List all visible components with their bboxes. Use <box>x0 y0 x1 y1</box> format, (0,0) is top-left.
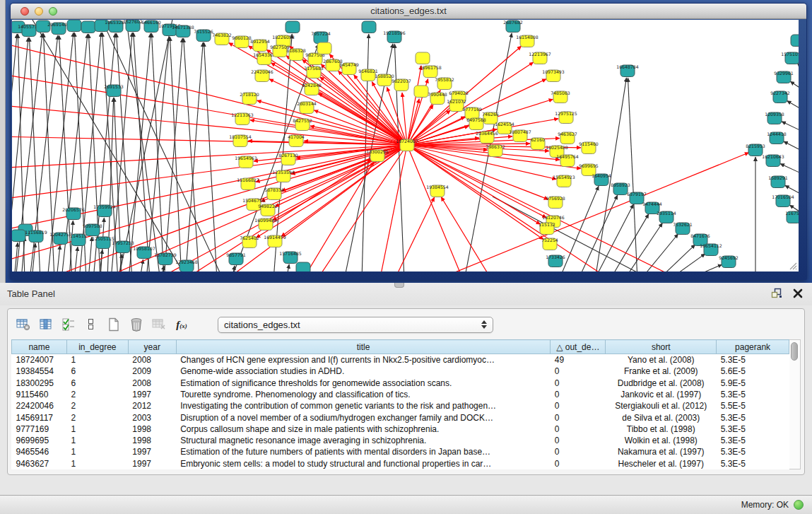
graph-node[interactable] <box>296 262 310 271</box>
graph-node[interactable]: 20691406 <box>47 22 70 35</box>
table-row[interactable]: 1872400712008Changes of HCN gene express… <box>12 354 789 366</box>
table-scrollbar[interactable] <box>789 339 801 469</box>
graph-node[interactable]: 2691533 <box>104 84 124 97</box>
graph-node[interactable]: 7515526 <box>194 29 213 42</box>
graph-node[interactable]: 6497568 <box>466 117 486 130</box>
column-header-title[interactable]: title <box>176 340 551 354</box>
float-panel-icon[interactable] <box>771 288 782 299</box>
graph-node[interactable]: 9329961 <box>774 71 794 83</box>
splitter-handle[interactable] <box>394 283 404 288</box>
network-canvas[interactable]: 1405571720691406106532871527602646616010… <box>12 20 799 271</box>
delete-table-button[interactable] <box>150 315 168 334</box>
graph-node[interactable]: 1209358 <box>765 112 784 124</box>
graph-node[interactable]: 16914479 <box>264 235 286 247</box>
table-row[interactable]: 911546021997Tourette syndrome. Phenomeno… <box>12 389 789 400</box>
table-row[interactable]: 977716911998Corpus callosum shape and si… <box>12 424 789 435</box>
column-header-in_degree[interactable]: in_degree <box>66 340 128 354</box>
graph-node[interactable]: 8454749 <box>339 62 359 75</box>
graph-node[interactable] <box>414 86 428 98</box>
graph-node[interactable]: 116753 <box>785 211 799 223</box>
graph-node[interactable]: 3175685 <box>304 66 324 78</box>
select-all-button[interactable] <box>59 315 78 334</box>
graph-node[interactable]: 10958107 <box>133 246 155 259</box>
graph-node[interactable] <box>362 21 376 33</box>
graph-node[interactable]: 16099484 <box>254 218 277 230</box>
graph-node[interactable]: 19218596 <box>383 30 406 43</box>
new-column-button[interactable] <box>105 315 123 334</box>
graph-node[interactable]: 12505115 <box>92 236 114 249</box>
graph-node[interactable]: 16648784 <box>616 64 639 77</box>
graph-node[interactable]: 1589291 <box>768 175 788 188</box>
graph-node[interactable]: 12213363 <box>231 112 254 125</box>
node-table[interactable]: namein_degreeyeartitle△ out_de…shortpage… <box>11 339 789 469</box>
graph-node[interactable]: 12213967 <box>529 52 551 64</box>
table-row[interactable]: 946554611997Estimation of the future num… <box>12 446 789 457</box>
graph-node[interactable]: 9463627 <box>558 132 577 144</box>
graph-node[interactable] <box>791 35 799 47</box>
graph-node[interactable]: 1640954 <box>592 173 611 186</box>
graph-node[interactable]: 9857791 <box>226 252 246 265</box>
graph-node[interactable]: 1244418 <box>767 132 787 144</box>
graph-node[interactable]: 1527602 <box>123 20 143 32</box>
graph-node[interactable]: 19384554 <box>426 185 449 197</box>
graph-node[interactable]: 7485063 <box>551 90 570 103</box>
graph-node[interactable]: 7463822 <box>212 33 232 45</box>
graph-node[interactable]: 9822037 <box>392 78 411 91</box>
graph-node[interactable]: 7990448 <box>428 92 447 105</box>
column-header-short[interactable]: short <box>606 340 717 354</box>
graph-node[interactable]: 7955812 <box>435 77 454 90</box>
close-panel-icon[interactable] <box>792 288 804 299</box>
window-resize-grip[interactable] <box>787 260 797 270</box>
function-builder-button[interactable]: f(x) <box>172 315 191 334</box>
graph-node[interactable]: 8267130 <box>278 153 298 165</box>
table-row[interactable]: 946362711997Embryonic stem cells: a mode… <box>12 458 789 469</box>
graph-node[interactable]: 8912954 <box>250 39 270 52</box>
graph-node[interactable]: 16961758 <box>419 65 442 78</box>
graph-node[interactable]: 752254 <box>541 238 558 250</box>
graph-node[interactable] <box>67 20 81 32</box>
graph-node[interactable]: 17016504 <box>772 194 794 207</box>
graph-node[interactable]: 15751074 <box>781 52 799 64</box>
table-selector-dropdown[interactable]: citations_edges.txt <box>218 317 493 333</box>
graph-node[interactable] <box>286 21 300 33</box>
graph-node[interactable]: 10654112 <box>700 243 722 256</box>
graph-node[interactable]: 2687682 <box>503 20 523 33</box>
column-header-out_de[interactable]: △ out_de… <box>551 340 606 354</box>
table-row[interactable]: 1830029562008Estimation of significance … <box>12 377 789 388</box>
graph-node[interactable]: 9397588 <box>83 223 102 236</box>
graph-node[interactable]: 7957224 <box>311 31 331 44</box>
graph-node[interactable]: 17957233 <box>112 240 134 253</box>
column-header-year[interactable]: year <box>128 340 176 354</box>
graph-node[interactable]: 12353594 <box>272 170 295 182</box>
window-titlebar[interactable]: citations_edges.txt <box>11 4 806 19</box>
graph-node[interactable]: 9227342 <box>770 90 790 103</box>
deselect-rows-button[interactable] <box>82 315 100 334</box>
graph-node[interactable]: 16154808 <box>516 35 539 47</box>
column-header-name[interactable]: name <box>12 340 67 354</box>
graph-node[interactable]: 2803144 <box>297 101 317 114</box>
graph-node[interactable]: 9860128 <box>232 35 252 48</box>
table-row[interactable]: 1938455462009Genome-wide association stu… <box>12 366 789 377</box>
graph-node[interactable]: 16495764 <box>556 154 579 167</box>
graph-node[interactable]: 9115460 <box>579 141 599 154</box>
graph-node[interactable]: 15166827 <box>237 177 259 190</box>
table-row[interactable]: 1456911722003Disruption of a novel membe… <box>12 411 789 423</box>
graph-node[interactable]: 5878334 <box>264 187 284 200</box>
table-settings-button[interactable] <box>14 315 33 334</box>
graph-node[interactable]: 9498222 <box>258 204 278 216</box>
graph-node[interactable]: 62160 <box>531 137 545 150</box>
graph-node[interactable]: 7532621 <box>673 222 693 235</box>
graph-node[interactable]: 15716485 <box>279 251 302 264</box>
column-header-pagerank[interactable]: pagerank <box>717 340 789 354</box>
table-scrollbar-thumb[interactable] <box>791 342 798 361</box>
graph-node[interactable]: 12975125 <box>555 111 577 124</box>
graph-node[interactable]: 417004 <box>288 134 305 147</box>
graph-node[interactable]: 8427552 <box>293 118 312 131</box>
graph-node[interactable] <box>12 230 25 242</box>
graph-node[interactable]: 19654963 <box>235 156 257 168</box>
graph-node[interactable] <box>81 21 95 33</box>
graph-node[interactable]: 115132 <box>539 222 555 235</box>
graph-node[interactable]: 9242848 <box>302 83 322 95</box>
graph-node[interactable]: 7625402 <box>240 235 259 248</box>
graph-node[interactable]: 16210643 <box>762 154 784 167</box>
